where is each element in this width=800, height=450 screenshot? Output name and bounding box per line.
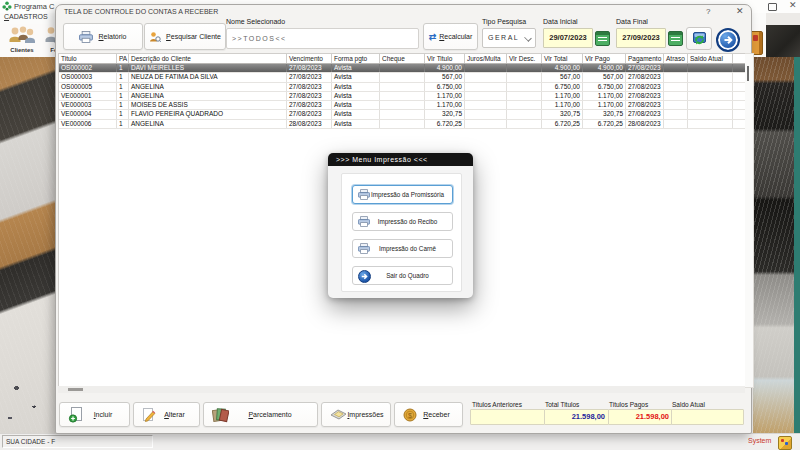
tray-icon[interactable]: [778, 436, 792, 450]
table-row[interactable]: VE000003 1 MOISES DE ASSIS 27/08/2023 Av…: [59, 101, 746, 110]
horizontal-scrollbar[interactable]: [58, 386, 745, 393]
menu-cadastros[interactable]: CADASTROS: [4, 13, 48, 20]
cell-pagamento: 27/08/2023: [626, 83, 664, 91]
cell-cheque: [380, 64, 425, 72]
col-pa[interactable]: PA: [117, 54, 129, 63]
cell-juros-multa: [465, 120, 507, 128]
col-vencimento[interactable]: Vencimento: [287, 54, 332, 63]
cell-cheque: [380, 73, 425, 81]
data-inicial-field[interactable]: 29/07/2023: [543, 28, 593, 48]
col-atraso[interactable]: Atraso: [664, 54, 688, 63]
menu-impressao-dialog: >>> Menu Impressão <<< Impressão da Prom…: [328, 153, 473, 298]
impressoes-button[interactable]: Impressões: [321, 402, 391, 427]
cell-atraso: [664, 73, 688, 81]
tipo-pesquisa-select[interactable]: GERAL: [482, 28, 536, 48]
impressao-promissoria-button[interactable]: Impressão da Promissória: [352, 185, 453, 204]
cell-vencimento: 27/08/2023: [287, 92, 332, 100]
cell-vlr-titulo: 6.720,25: [425, 120, 465, 128]
cell-vlr-total: 6.720,25: [542, 120, 583, 128]
cell-cheque: [380, 110, 425, 118]
cell-forma-pgto: Avista: [332, 92, 380, 100]
titulos-anteriores-field: [470, 409, 545, 425]
alterar-label: Alterar: [156, 411, 193, 418]
col-saldo-atual[interactable]: Saldo Atual: [688, 54, 733, 63]
cell-pa: 1: [117, 92, 129, 100]
printer-icon: [79, 31, 93, 43]
parcelamento-button[interactable]: Parcelamento: [203, 402, 318, 427]
cell-vlr-titulo: 6.750,00: [425, 83, 465, 91]
printer-icon: [358, 189, 370, 200]
cell-descricao: MOISES DE ASSIS: [129, 101, 287, 109]
cell-vlr-pago: 6.750,00: [583, 83, 626, 91]
recalcular-button[interactable]: ⇄ Recalcular: [423, 23, 478, 50]
total-titulos-field: 21.598,00: [544, 409, 609, 425]
calendar-icon[interactable]: [668, 31, 683, 46]
refresh-button[interactable]: [686, 27, 712, 50]
incluir-button[interactable]: Incluir: [59, 402, 130, 427]
cell-vlr-desc: [507, 73, 542, 81]
col-vlr-total[interactable]: Vlr Total: [542, 54, 583, 63]
statusbar-city: SUA CIDADE - F: [2, 435, 153, 448]
col-descricao[interactable]: Descrição do Cliente: [129, 54, 287, 63]
cell-juros-multa: [465, 64, 507, 72]
col-forma-pgto[interactable]: Forma pgto: [332, 54, 380, 63]
cell-vlr-titulo: 4.900,00: [425, 64, 465, 72]
go-button[interactable]: [716, 28, 740, 52]
receber-button[interactable]: $ Receber: [394, 402, 463, 427]
table-body: OS000002 1 DAVI MEIRELLES 27/08/2023 Avi…: [59, 64, 746, 129]
vertical-scrollbar-thumb[interactable]: [747, 66, 749, 81]
cell-titulo: OS000003: [59, 73, 117, 81]
col-vlr-pago[interactable]: Vlr Pago: [583, 54, 626, 63]
sair-do-quadro-label: Sair do Quadro: [386, 272, 429, 279]
cell-vlr-pago: 320,75: [583, 110, 626, 118]
app-restore-button[interactable]: [768, 3, 777, 11]
calendar-icon[interactable]: [595, 31, 610, 46]
cell-cheque: [380, 92, 425, 100]
cell-descricao: ANGELINA: [129, 120, 287, 128]
cell-atraso: [664, 110, 688, 118]
nome-selecionado-field[interactable]: >>TODOS<<: [226, 28, 419, 49]
cell-vlr-desc: [507, 64, 542, 72]
relatorio-button[interactable]: Relatório: [63, 23, 143, 50]
col-vlr-desc[interactable]: Vlr Desc.: [507, 54, 542, 63]
table-row[interactable]: VE000004 1 FLAVIO PEREIRA QUADRADO 27/08…: [59, 110, 746, 119]
table-row[interactable]: VE000006 1 ANGELINA 28/08/2023 Avista 6.…: [59, 120, 746, 129]
window-close-button[interactable]: ✕: [736, 6, 744, 16]
col-titulo[interactable]: Titulo: [59, 54, 117, 63]
app-close-button[interactable]: ✕: [789, 0, 797, 10]
table-row[interactable]: OS000003 1 NEUZA DE FATIMA DA SILVA 27/0…: [59, 73, 746, 82]
clients-people-icon: [8, 26, 36, 46]
cell-pa: 1: [117, 73, 129, 81]
alterar-button[interactable]: Alterar: [133, 402, 200, 427]
cell-saldo-atual: [688, 101, 733, 109]
vertical-scrollbar[interactable]: [745, 53, 754, 388]
table-row[interactable]: VE000001 1 ANGELINA 27/08/2023 Avista 1.…: [59, 92, 746, 101]
cell-forma-pgto: Avista: [332, 64, 380, 72]
tipo-pesquisa-label: Tipo Pesquisa: [482, 18, 526, 25]
cell-vlr-desc: [507, 101, 542, 109]
impressao-recibo-button[interactable]: Impressão do Recibo: [352, 212, 453, 231]
horizontal-scrollbar-thumb[interactable]: [68, 388, 83, 391]
cell-vlr-total: 567,00: [542, 73, 583, 81]
cell-vlr-titulo: 1.170,00: [425, 101, 465, 109]
cell-titulo: OS000002: [59, 64, 117, 72]
sair-do-quadro-button[interactable]: Sair do Quadro: [352, 266, 453, 285]
col-cheque[interactable]: Cheque: [380, 54, 425, 63]
parcelamento-label: Parcelamento: [229, 411, 311, 418]
cell-titulo: VE000006: [59, 120, 117, 128]
col-juros-multa[interactable]: Juros/Multa: [465, 54, 507, 63]
table-row[interactable]: OS000005 1 ANGELINA 27/08/2023 Avista 6.…: [59, 83, 746, 92]
data-final-field[interactable]: 27/09/2023: [616, 28, 666, 48]
col-pagamento[interactable]: Pagamento: [626, 54, 664, 63]
dialog-title: >>> Menu Impressão <<<: [336, 156, 428, 163]
impressao-carne-button[interactable]: Impressão do Carnê: [352, 239, 453, 258]
table-row[interactable]: OS000002 1 DAVI MEIRELLES 27/08/2023 Avi…: [59, 64, 746, 73]
toolbar-clientes-button[interactable]: Clientes: [5, 26, 39, 53]
col-vlr-titulo[interactable]: Vlr Titulo: [425, 54, 465, 63]
cell-saldo-atual: [688, 73, 733, 81]
cell-cheque: [380, 101, 425, 109]
pesquisar-cliente-button[interactable]: Pesquisar Cliente: [144, 23, 226, 50]
cell-saldo-atual: [688, 64, 733, 72]
arrow-right-circle-icon: [358, 270, 371, 283]
window-help-button[interactable]: ?: [706, 7, 710, 16]
